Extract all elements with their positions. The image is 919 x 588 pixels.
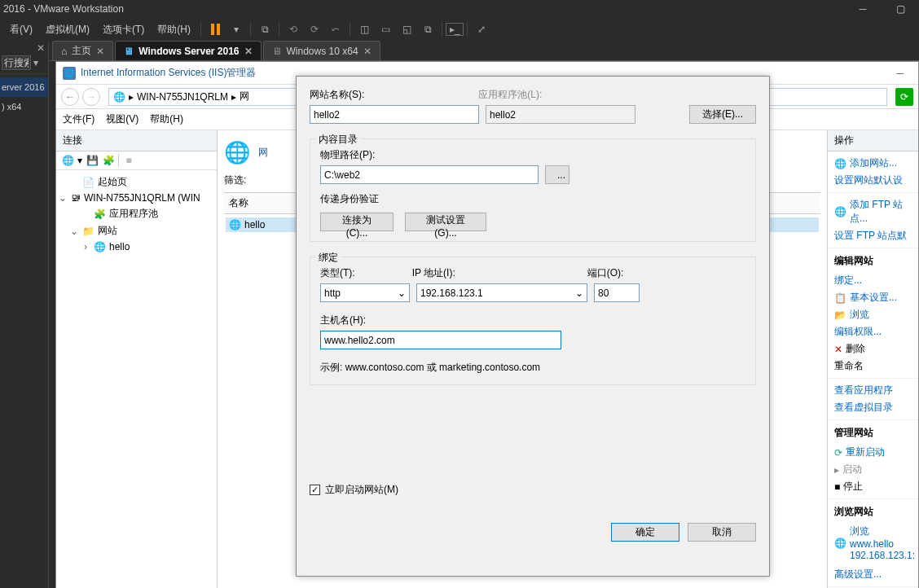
tab-home[interactable]: ⌂ 主页 ✕ xyxy=(52,41,113,60)
section-edit-site: 编辑网站 xyxy=(834,252,912,272)
library-item-2[interactable]: ) x64 xyxy=(0,97,48,116)
action-view-apps[interactable]: 查看应用程序 xyxy=(834,382,912,399)
iis-menu-help[interactable]: 帮助(H) xyxy=(150,112,183,126)
action-start[interactable]: ▸启动 xyxy=(834,461,912,478)
iis-menu-view[interactable]: 视图(V) xyxy=(106,112,139,126)
restart-icon: ⟳ xyxy=(834,447,842,459)
tab-server2016[interactable]: 🖥 Windows Server 2016 ✕ xyxy=(115,41,261,60)
library-item-1[interactable]: erver 2016 xyxy=(0,77,48,97)
tree-site-hello[interactable]: ›🌐hello xyxy=(58,239,215,254)
tree-sites[interactable]: ⌄📁网站 xyxy=(58,222,215,239)
app-icon[interactable]: 🧩 xyxy=(102,154,115,167)
fullscreen-icon[interactable]: ⤢ xyxy=(471,19,492,40)
physical-path-input[interactable] xyxy=(320,165,539,184)
layout-4-icon[interactable]: ⧉ xyxy=(417,19,438,40)
globe-icon: 🌐 xyxy=(112,90,125,103)
menu-view[interactable]: 看(V) xyxy=(3,20,39,40)
tree-app-pools[interactable]: 🧩应用程序池 xyxy=(58,205,215,222)
label-site-name: 网站名称(S): xyxy=(310,88,364,102)
monitor-icon: 🖥 xyxy=(124,46,134,57)
port-input[interactable] xyxy=(594,283,640,302)
tab-home-close[interactable]: ✕ xyxy=(96,46,104,57)
play-icon: ▸ xyxy=(834,464,839,476)
action-delete[interactable]: ✕删除 xyxy=(834,340,912,358)
action-permissions[interactable]: 编辑权限... xyxy=(834,323,912,340)
site-name-input[interactable] xyxy=(310,105,479,124)
stop-icon[interactable]: ■ xyxy=(122,154,135,167)
tool-2-icon[interactable]: ⟳ xyxy=(304,19,325,40)
app-pool-display xyxy=(486,105,635,124)
action-stop[interactable]: ■停止 xyxy=(834,478,912,495)
server-icon: 🖳 xyxy=(71,192,81,204)
tool-3-icon[interactable]: ⤺ xyxy=(325,19,346,40)
snapshot-icon[interactable]: ⧉ xyxy=(254,19,275,40)
library-search-input[interactable] xyxy=(2,55,31,70)
action-rename[interactable]: 重命名 xyxy=(834,358,912,375)
save-icon[interactable]: 💾 xyxy=(86,154,99,167)
nav-back-button[interactable]: ← xyxy=(61,88,79,106)
console-icon[interactable]: ▸_ xyxy=(446,23,464,36)
action-ftp-defaults[interactable]: 设置 FTP 站点默 xyxy=(834,227,912,244)
type-select[interactable]: http⌄ xyxy=(320,283,410,302)
tab-win10-close[interactable]: ✕ xyxy=(363,46,372,57)
sites-folder-icon: 📁 xyxy=(82,226,95,237)
panel-close-icon[interactable]: ✕ xyxy=(37,42,45,54)
menu-vm[interactable]: 虚拟机(M) xyxy=(39,20,96,40)
search-dropdown-icon[interactable]: ▾ xyxy=(31,57,41,68)
refresh-button[interactable]: ⟳ xyxy=(895,88,913,106)
menu-help[interactable]: 帮助(H) xyxy=(151,20,197,40)
tab-win10[interactable]: 🖥 Windows 10 x64 ✕ xyxy=(263,41,380,60)
browse-path-button[interactable]: ... xyxy=(545,165,569,184)
tab-home-label: 主页 xyxy=(72,44,91,58)
label-type: 类型(T): xyxy=(320,266,355,280)
hostname-input[interactable] xyxy=(320,331,561,349)
dropdown-arrow[interactable]: ▾ xyxy=(226,19,247,40)
select-pool-button[interactable]: 选择(E)... xyxy=(689,105,756,124)
window-maximize[interactable]: ▢ xyxy=(882,0,919,18)
action-advanced[interactable]: 高级设置... xyxy=(834,563,912,583)
test-settings-button[interactable]: 测试设置(G)... xyxy=(405,213,486,231)
monitor-icon: 🖥 xyxy=(272,46,282,57)
action-add-site[interactable]: 🌐添加网站... xyxy=(834,155,912,172)
ok-button[interactable]: 确定 xyxy=(611,523,679,542)
label-hostname: 主机名(H): xyxy=(320,314,745,327)
connect-as-button[interactable]: 连接为(C)... xyxy=(320,213,394,231)
add-website-dialog: 网站名称(S): 应用程序池(L): 选择(E)... 内容目录 物理路径(P)… xyxy=(296,76,770,577)
start-immediately-checkbox[interactable]: ✓ xyxy=(310,485,320,495)
menu-tabs[interactable]: 选项卡(T) xyxy=(96,20,151,40)
col-name[interactable]: 名称 xyxy=(229,197,248,208)
iis-actions-panel: 操作 🌐添加网站... 设置网站默认设 🌐添加 FTP 站点... 设置 FTP… xyxy=(827,130,918,588)
connect-icon[interactable]: 🌐 xyxy=(61,154,74,167)
tab-server2016-close[interactable]: ✕ xyxy=(244,46,253,57)
action-add-ftp[interactable]: 🌐添加 FTP 站点... xyxy=(834,196,912,227)
action-restart[interactable]: ⟳重新启动 xyxy=(834,444,912,461)
tree-host[interactable]: ⌄🖳WIN-N755JN1QRLM (WIN xyxy=(58,191,215,205)
layout-3-icon[interactable]: ◱ xyxy=(396,19,417,40)
ip-select[interactable]: 192.168.123.1⌄ xyxy=(416,283,587,302)
action-browse-url[interactable]: 🌐浏览 www.hello192.168.123.1: xyxy=(834,523,912,563)
nav-forward-button[interactable]: → xyxy=(82,88,100,106)
window-minimize-icon[interactable]: ─ xyxy=(888,68,912,79)
breadcrumb-host: WIN-N755JN1QRLM xyxy=(137,91,228,103)
action-bindings[interactable]: 绑定... xyxy=(834,272,912,289)
cancel-button[interactable]: 取消 xyxy=(688,523,756,542)
globe-icon: 🌐 xyxy=(224,140,250,165)
vmware-menubar: 看(V) 虚拟机(M) 选项卡(T) 帮助(H) ▾ ⧉ ⟲ ⟳ ⤺ ◫ ▭ ◱… xyxy=(0,18,919,41)
check-icon: ✓ xyxy=(311,485,319,494)
layout-2-icon[interactable]: ▭ xyxy=(375,19,396,40)
window-minimize[interactable]: ─ xyxy=(844,0,882,18)
vmware-title: 2016 - VMware Workstation xyxy=(3,3,124,15)
action-view-vdirs[interactable]: 查看虚拟目录 xyxy=(834,399,912,416)
action-browse[interactable]: 📂浏览 xyxy=(834,306,912,323)
connections-toolbar: 🌐▾ 💾 🧩 ■ xyxy=(56,151,217,170)
action-site-defaults[interactable]: 设置网站默认设 xyxy=(834,172,912,189)
layout-1-icon[interactable]: ◫ xyxy=(354,19,375,40)
action-basic-settings[interactable]: 📋基本设置... xyxy=(834,289,912,306)
label-app-pool: 应用程序池(L): xyxy=(478,88,542,102)
iis-menu-file[interactable]: 文件(F) xyxy=(63,112,95,126)
tree-start-page[interactable]: 📄起始页 xyxy=(58,173,215,191)
section-browse-site: 浏览网站 xyxy=(834,502,912,523)
label-ip: IP 地址(I): xyxy=(412,266,455,280)
tool-1-icon[interactable]: ⟲ xyxy=(283,19,304,40)
pause-button[interactable] xyxy=(204,19,226,40)
